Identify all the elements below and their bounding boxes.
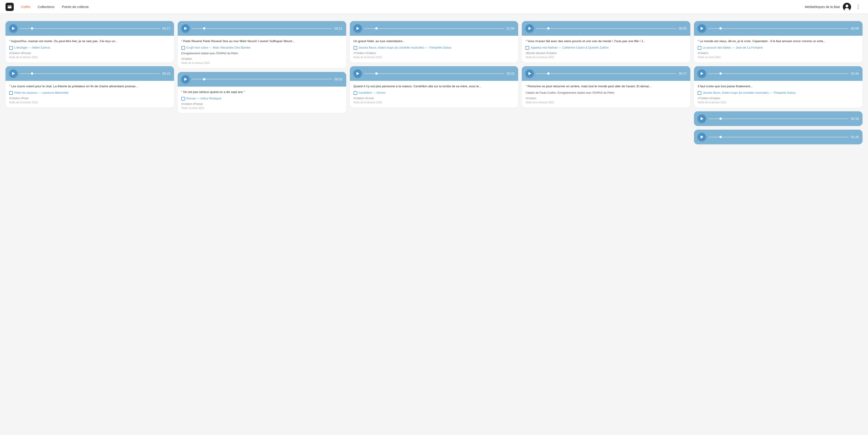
play-button[interactable]: [525, 24, 534, 32]
duration-label: 00:18: [851, 117, 859, 120]
play-button[interactable]: [698, 69, 706, 78]
audio-card: 00:06" Le monde est vieux, dit-on, je le…: [694, 21, 863, 62]
card-tags: #Bande dessiné #Citation: [525, 52, 687, 55]
card-note: Enregistrement réalisé avec l'EHPAD de P…: [181, 52, 343, 55]
play-button[interactable]: [698, 24, 706, 32]
play-button[interactable]: [698, 115, 706, 123]
card-event: Nuits de la lecture 2021: [9, 101, 170, 104]
svg-marker-14: [701, 27, 703, 30]
card-event: Partir en livre 2021: [698, 56, 859, 59]
progress-track[interactable]: [20, 73, 160, 74]
card-body: " Les souris votent pour le chat. La thé…: [5, 81, 174, 108]
duration-label: 00:22: [506, 72, 515, 75]
book-link[interactable]: Jeunes fleurs, tristes loups (la comédie…: [698, 91, 859, 95]
book-link[interactable]: Ci-gît mon coeur — Marc Alexandre Oho Ba…: [181, 46, 343, 50]
audio-card: 00:22Quand il n'y eut plus personne à la…: [350, 66, 518, 108]
player-bar: 01:26: [694, 129, 863, 144]
card-quote: " Vous m'avez fait avec des seins pourri…: [525, 39, 687, 44]
audio-card: 01:56Un grand hôtel, au luxe ostentatoir…: [350, 21, 518, 62]
card-tags: #Citation #Polar: [9, 97, 170, 100]
play-button[interactable]: [9, 24, 18, 32]
book-title: Jeunes fleurs, tristes loups (la comédie…: [359, 46, 452, 50]
book-icon: [9, 91, 13, 95]
nav-points-de-collecte[interactable]: Points de collecte: [59, 3, 92, 10]
duration-label: 00:05: [679, 27, 687, 30]
more-menu-button[interactable]: ⋮: [854, 3, 863, 11]
progress-dot: [719, 136, 722, 138]
card-event: Nuits de la lecture 2021: [181, 61, 343, 65]
duration-label: 03:34: [851, 72, 859, 75]
duration-label: 01:56: [506, 27, 515, 30]
duration-label: 00:17: [679, 72, 687, 75]
play-button[interactable]: [353, 69, 362, 78]
avatar[interactable]: [843, 3, 851, 11]
play-button[interactable]: [181, 24, 190, 32]
main-content: 00:17" Aujourd'hui, maman est morte. Ou …: [0, 14, 868, 152]
card-body: Quand il n'y eut plus personne à la mais…: [350, 81, 518, 108]
book-title: Appelez-moi Nathan — Catherine Castro & …: [530, 46, 609, 50]
progress-track[interactable]: [20, 28, 160, 29]
book-icon: [353, 46, 357, 50]
progress-track[interactable]: [708, 73, 848, 74]
player-bar: 00:02: [178, 72, 346, 87]
book-link[interactable]: Péter les boulons — Laurence Bibersfeld: [9, 91, 170, 95]
book-link[interactable]: Roman — Arthur Rimbaud: [181, 97, 343, 100]
svg-marker-17: [701, 135, 703, 139]
app-logo: [5, 3, 14, 11]
card-quote: " On est pas sérieux quand on a dix sept…: [181, 90, 343, 94]
book-link[interactable]: Jeunes fleurs, tristes loups (la comédie…: [353, 46, 515, 50]
player-bar: 00:06: [694, 21, 863, 36]
svg-marker-6: [12, 27, 15, 30]
card-tags: #Théâtre #Citation: [353, 52, 515, 55]
card-body: " Vous m'avez fait avec des seins pourri…: [522, 36, 690, 62]
book-icon: [698, 46, 701, 50]
progress-dot: [31, 27, 33, 30]
nav-collections[interactable]: Collections: [35, 3, 57, 10]
card-quote: " Le monde est vieux, dit-on, je le croi…: [698, 39, 859, 44]
svg-marker-7: [12, 72, 15, 75]
nav-coffre[interactable]: Coffre: [18, 3, 33, 10]
progress-track[interactable]: [708, 28, 848, 29]
progress-track[interactable]: [708, 137, 848, 138]
card-quote: " Personne ne peut retourner en arrière,…: [525, 84, 687, 89]
progress-track[interactable]: [364, 73, 504, 74]
audio-card: 00:17" Aujourd'hui, maman est morte. Ou …: [5, 21, 174, 62]
progress-dot: [31, 72, 33, 75]
progress-track[interactable]: [192, 28, 332, 29]
svg-marker-8: [184, 27, 187, 30]
progress-track[interactable]: [536, 73, 676, 74]
book-link[interactable]: Appelez-moi Nathan — Catherine Castro & …: [525, 46, 687, 50]
player-bar: 00:18: [694, 111, 863, 126]
progress-track[interactable]: [192, 79, 332, 80]
play-button[interactable]: [181, 75, 190, 83]
play-button[interactable]: [353, 24, 362, 32]
card-tags: #Théâtre #Citation: [698, 97, 859, 100]
card-body: " Partir Revenir Partir Revenir Dos au m…: [178, 36, 346, 68]
audio-card: 01:26: [694, 129, 863, 144]
duration-label: 00:06: [851, 27, 859, 30]
audio-card: 00:02" On est pas sérieux quand on a dix…: [178, 72, 346, 113]
book-link[interactable]: Le pouvoir des fables — Jean de La Fonta…: [698, 46, 859, 50]
play-button[interactable]: [698, 133, 706, 141]
svg-marker-12: [528, 27, 531, 30]
card-event: Nuits de la lecture 2021: [525, 101, 687, 104]
book-icon: [698, 91, 701, 95]
book-title: Ci-gît mon coeur — Marc Alexandre Oho Ba…: [186, 46, 250, 50]
svg-marker-15: [701, 72, 703, 75]
progress-dot: [719, 117, 722, 120]
duration-label: 01:26: [851, 135, 859, 139]
book-link[interactable]: L'étranger — Albert Camus: [9, 46, 170, 50]
player-bar: 00:17: [522, 66, 690, 81]
progress-dot: [203, 78, 206, 80]
play-button[interactable]: [9, 69, 18, 78]
audio-card: 00:15" Les souris votent pour le chat. L…: [5, 66, 174, 108]
progress-track[interactable]: [364, 28, 504, 29]
progress-track[interactable]: [536, 28, 676, 29]
book-link[interactable]: Cendrillon — Grimm: [353, 91, 515, 95]
card-body: " On est pas sérieux quand on a dix sept…: [178, 87, 346, 113]
progress-track[interactable]: [708, 118, 848, 119]
card-tags: #Citation: [181, 57, 343, 60]
play-button[interactable]: [525, 69, 534, 78]
svg-point-4: [845, 5, 848, 7]
card-note: Citation de Paulo Coelho. Enregistrement…: [525, 91, 687, 95]
